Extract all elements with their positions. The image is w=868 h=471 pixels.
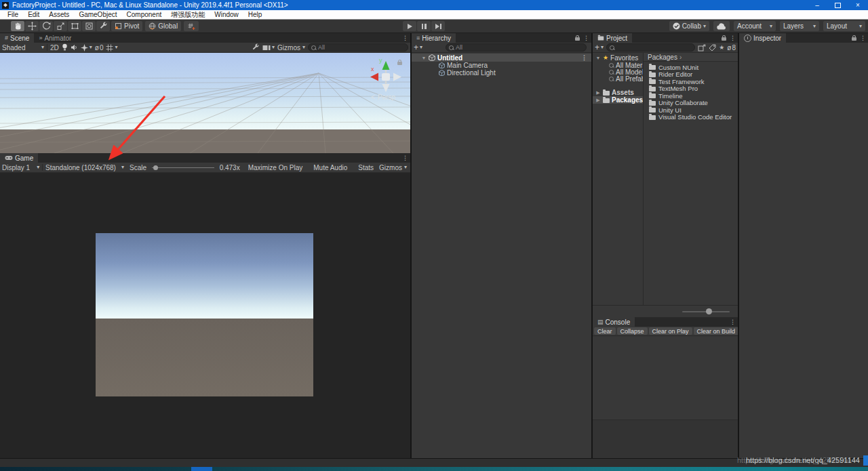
gizmo-cube[interactable] — [382, 73, 390, 81]
tab-hierarchy[interactable]: ≡ Hierarchy — [412, 33, 456, 43]
lock-icon[interactable] — [852, 37, 856, 41]
tab-console[interactable]: ▤ Console — [593, 317, 635, 327]
tab-animator[interactable]: » Animator — [34, 33, 76, 43]
console-toolbar-button[interactable]: Clear on Build — [694, 327, 738, 335]
menu-item[interactable]: Help — [243, 11, 267, 18]
search-by-type-icon[interactable] — [698, 44, 706, 52]
breadcrumb[interactable]: Packages › — [644, 53, 738, 62]
create-asset-dropdown[interactable]: + ▾ — [595, 43, 604, 52]
console-toolbar-button[interactable]: Collapse — [617, 327, 648, 335]
tab-scene[interactable]: # Scene — [0, 33, 34, 43]
packages-row[interactable]: ▶ Packages — [593, 96, 643, 104]
maximize-button[interactable] — [827, 0, 848, 10]
panel-menu-icon[interactable]: ⋮ — [730, 35, 736, 41]
scale-slider-thumb[interactable] — [153, 165, 158, 170]
audio-toggle-icon[interactable] — [71, 44, 78, 51]
play-button[interactable] — [403, 21, 416, 31]
game-gizmos-dropdown[interactable]: Gizmos ▾ — [379, 164, 407, 171]
scene-camera-dropdown[interactable]: ▾ — [262, 45, 275, 51]
pivot-toggle[interactable]: Pivot — [111, 21, 142, 31]
hierarchy-search-input[interactable]: All — [446, 43, 587, 52]
console-log-area[interactable] — [593, 336, 738, 419]
scene-orientation-gizmo[interactable]: y x — [366, 54, 406, 94]
pause-button[interactable] — [417, 21, 431, 31]
effects-dropdown[interactable]: ▾ — [81, 44, 92, 52]
scene-gizmos-dropdown[interactable]: Gizmos ▾ — [277, 44, 305, 52]
grid-snap-button[interactable] — [184, 21, 199, 31]
scale-slider[interactable] — [152, 167, 214, 168]
create-object-dropdown[interactable]: + ▾ — [414, 43, 422, 52]
console-toolbar-button[interactable]: Clear — [594, 327, 616, 335]
game-toolbar-button[interactable]: Maximize On Play — [245, 164, 306, 171]
favorite-search-item[interactable]: All Models — [593, 68, 643, 75]
menu-item[interactable]: Component — [122, 11, 167, 18]
lock-icon[interactable] — [575, 37, 580, 41]
axis-down-cone[interactable] — [382, 84, 390, 92]
scene-search-input[interactable]: All — [308, 43, 408, 52]
lock-icon[interactable] — [722, 37, 726, 41]
expander-icon[interactable]: ▼ — [595, 56, 601, 60]
package-folder-row[interactable]: Rider Editor — [644, 71, 738, 79]
hierarchy-item[interactable]: Main Camera — [412, 62, 591, 69]
shading-dropdown[interactable]: Shaded ▾ — [2, 44, 44, 52]
tab-project[interactable]: Project — [593, 33, 632, 43]
step-button[interactable] — [431, 21, 445, 31]
favorite-search-item[interactable]: All Materials — [593, 62, 643, 68]
display-dropdown[interactable]: Display 1 ▾ — [2, 164, 39, 171]
menu-item[interactable]: Window — [210, 11, 243, 18]
layout-dropdown[interactable]: Layout ▾ — [823, 21, 865, 31]
package-folder-row[interactable]: TextMesh Pro — [644, 85, 738, 93]
expander-icon[interactable]: ▶ — [595, 90, 601, 96]
console-toolbar-button[interactable]: Clear on Play — [649, 327, 692, 335]
package-folder-row[interactable]: Custom NUnit — [644, 64, 738, 71]
package-folder-row[interactable]: Test Framework — [644, 78, 738, 85]
scale-tool-button[interactable] — [54, 21, 67, 31]
assets-row[interactable]: ▶ Assets — [593, 89, 643, 96]
save-search-icon[interactable]: ★ — [719, 45, 724, 51]
lighting-toggle-icon[interactable] — [62, 43, 68, 52]
thumbnail-zoom-thumb[interactable] — [706, 308, 712, 314]
game-toolbar-button[interactable]: Mute Audio — [311, 164, 350, 171]
scene-row[interactable]: ▼ Untitled ⋮ — [412, 54, 591, 62]
panel-menu-icon[interactable]: ⋮ — [402, 155, 408, 161]
close-button[interactable]: × — [848, 0, 868, 10]
scene-visibility-toggle[interactable]: ø 0 — [95, 44, 104, 52]
2d-toggle[interactable]: 2D — [50, 44, 59, 52]
package-folder-row[interactable]: Timeline — [644, 92, 738, 100]
minimize-button[interactable]: – — [807, 0, 827, 10]
tab-game[interactable]: Game — [0, 153, 38, 163]
taskbar-app-chip[interactable] — [191, 467, 212, 471]
hidden-packages-toggle[interactable]: ø 8 — [727, 44, 736, 52]
game-viewport[interactable] — [0, 173, 410, 458]
search-by-label-icon[interactable] — [709, 44, 716, 52]
scene-viewport[interactable]: y x < Persp — [0, 53, 410, 153]
hand-tool-button[interactable] — [11, 21, 24, 31]
layers-dropdown[interactable]: Layers ▾ — [780, 21, 819, 31]
project-search-input[interactable] — [606, 43, 695, 52]
rect-tool-button[interactable] — [68, 21, 81, 31]
expander-icon[interactable]: ▼ — [421, 56, 427, 60]
expander-icon[interactable]: ▶ — [595, 98, 601, 103]
grid-dropdown[interactable]: ▾ — [106, 44, 117, 52]
menu-item[interactable]: Assets — [44, 11, 74, 18]
tab-inspector[interactable]: Inspector — [739, 33, 786, 43]
package-folder-row[interactable]: Unity Collaborate — [644, 100, 738, 107]
axis-y-cone[interactable] — [382, 61, 390, 70]
menu-item[interactable]: GameObject — [74, 11, 121, 18]
transform-tool-button[interactable] — [82, 21, 96, 31]
row-menu-icon[interactable]: ⋮ — [581, 55, 587, 61]
perspective-toggle[interactable]: < Persp — [371, 94, 395, 101]
global-toggle[interactable]: Global — [145, 21, 181, 31]
favorites-row[interactable]: ▼ ★ Favorites — [593, 54, 643, 62]
axis-x-cone[interactable] — [370, 73, 378, 81]
game-toolbar-button[interactable]: Stats — [355, 164, 376, 171]
rotate-tool-button[interactable] — [39, 21, 53, 31]
menu-item[interactable]: Edit — [23, 11, 44, 18]
panel-menu-icon[interactable]: ⋮ — [583, 35, 589, 41]
favorite-search-item[interactable]: All Prefabs — [593, 75, 643, 82]
axis-z-cone[interactable] — [393, 73, 401, 81]
panel-menu-icon[interactable]: ⋮ — [860, 35, 866, 41]
panel-menu-icon[interactable]: ⋮ — [730, 319, 736, 325]
panel-menu-icon[interactable]: ⋮ — [402, 35, 408, 41]
package-folder-row[interactable]: Visual Studio Code Editor — [644, 114, 738, 121]
